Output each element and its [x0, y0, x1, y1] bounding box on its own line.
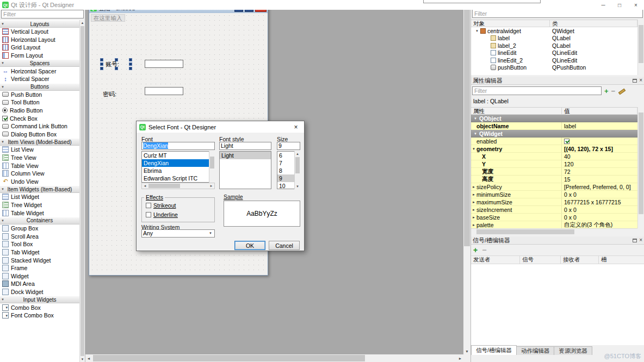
- resize-handle-s[interactable]: [115, 67, 118, 70]
- resize-handle-ne[interactable]: [129, 58, 132, 61]
- property-editor-header[interactable]: 属性编辑器 ×: [471, 77, 644, 85]
- group-qwidget[interactable]: ▼QWidget: [471, 130, 637, 138]
- section-containers[interactable]: ▼Containers: [0, 217, 79, 224]
- option-edwardian-script-itc[interactable]: Edwardian Script ITC: [142, 174, 209, 182]
- selected-account-label[interactable]: 账号:: [101, 59, 132, 69]
- option-9[interactable]: 9: [277, 174, 294, 182]
- widget-list-widget[interactable]: List Widget: [0, 193, 79, 201]
- configure-property-editor-icon[interactable]: [618, 88, 626, 95]
- widget-tree-widget[interactable]: Tree Widget: [0, 201, 79, 209]
- hscroll-thumb[interactable]: [93, 355, 365, 361]
- object-tree-scrollbar[interactable]: [637, 20, 644, 75]
- font-name-list[interactable]: Curlz MTDengXianEbrimaEdwardian Script I…: [141, 151, 215, 183]
- widget-tool-box[interactable]: Tool Box: [0, 240, 79, 248]
- widget-column-view[interactable]: Column View: [0, 170, 79, 178]
- widget-tab-widget[interactable]: Tab Widget: [0, 248, 79, 257]
- ok-button[interactable]: OK: [234, 241, 265, 250]
- object-label[interactable]: labelQLabel: [471, 35, 637, 42]
- property-y[interactable]: Y120: [471, 160, 637, 168]
- checkbox-checked-icon[interactable]: [564, 139, 569, 144]
- mdi-vertical-scrollbar[interactable]: ▲ ▼: [463, 0, 470, 354]
- select-font-dialog[interactable]: Qt Select Font - Qt Designer × Font Font…: [136, 121, 305, 251]
- section-input-widgets[interactable]: ▼Input Widgets: [0, 296, 79, 303]
- writing-system-combo[interactable]: Any ▼: [141, 229, 215, 238]
- scrollbar-thumb[interactable]: [81, 26, 84, 356]
- property-maximumsize[interactable]: ►maximumSize16777215 x 16777215: [471, 198, 637, 206]
- menu-placeholder[interactable]: 在这里输入: [91, 14, 125, 22]
- dialog-title-bar[interactable]: Qt Select Font - Qt Designer ×: [137, 121, 304, 133]
- section-buttons[interactable]: ▼Buttons: [0, 83, 79, 91]
- strikeout-checkbox[interactable]: [146, 203, 151, 208]
- column-2[interactable]: 接收者: [561, 256, 599, 264]
- size-scroll-down-icon[interactable]: ▼: [295, 184, 300, 189]
- resize-handle-nw[interactable]: [100, 58, 103, 61]
- widget-combo-box[interactable]: ▾Combo Box: [0, 303, 79, 311]
- widget-list-view[interactable]: List View: [0, 146, 79, 154]
- widget-horizontal-spacer[interactable]: ↔Horizontal Spacer: [0, 67, 79, 75]
- widget-form-layout[interactable]: Form Layout: [0, 52, 79, 60]
- maximize-button[interactable]: □: [611, 0, 628, 10]
- font-size-input[interactable]: 9: [277, 142, 300, 150]
- widget-dock-widget[interactable]: Dock Widget: [0, 288, 79, 296]
- column-class[interactable]: 类: [550, 20, 637, 27]
- property-basesize[interactable]: ►baseSize0 x 0: [471, 214, 637, 221]
- option-light[interactable]: Light: [220, 152, 271, 159]
- close-panel-icon[interactable]: ×: [639, 78, 642, 83]
- property-item[interactable]: 高度15: [471, 176, 637, 183]
- option-10[interactable]: 10: [277, 182, 294, 189]
- widget-table-widget[interactable]: Table Widget: [0, 209, 79, 217]
- widget-vertical-layout[interactable]: Vertical Layout: [0, 28, 79, 36]
- resize-handle-w[interactable]: [100, 63, 103, 66]
- resize-handle-se[interactable]: [129, 67, 132, 70]
- remove-dynamic-property-icon[interactable]: −: [611, 88, 616, 95]
- option-7[interactable]: 7: [277, 159, 294, 167]
- hscroll-thumb[interactable]: [148, 184, 180, 188]
- widget-undo-view[interactable]: ↶Undo View: [0, 178, 79, 186]
- font-list-vscrollbar[interactable]: [209, 151, 215, 183]
- property-geometry[interactable]: ▼geometry[(40, 120), 72 x 15]: [471, 145, 637, 153]
- close-button[interactable]: ×: [628, 0, 644, 10]
- section-spacers[interactable]: ▼Spacers: [0, 59, 79, 67]
- dialog-close-icon[interactable]: ×: [288, 121, 304, 133]
- section-item-widgets-item-based[interactable]: ▼Item Widgets (Item-Based): [0, 185, 79, 193]
- widget-radio-button[interactable]: Radio Button: [0, 107, 79, 115]
- widget-tree-view[interactable]: Tree View: [0, 154, 79, 162]
- column-property[interactable]: 属性: [471, 108, 562, 114]
- object-centralwidget[interactable]: ▼centralwidgetQWidget: [471, 27, 637, 35]
- scroll-left-icon[interactable]: ◄: [142, 183, 148, 189]
- widget-box-scrollbar[interactable]: ▲ ▼: [79, 20, 85, 362]
- resize-handle-sw[interactable]: [100, 67, 103, 70]
- vscroll-thumb[interactable]: [464, 7, 470, 246]
- widget-check-box[interactable]: Check Box: [0, 114, 79, 122]
- widget-stacked-widget[interactable]: Stacked Widget: [0, 256, 79, 264]
- bottom-tab-1[interactable]: 动作编辑器: [516, 346, 555, 355]
- property-filter-input[interactable]: [472, 86, 602, 95]
- lineEdit[interactable]: [145, 60, 183, 68]
- cancel-button[interactable]: Cancel: [269, 241, 300, 250]
- scroll-down-icon[interactable]: ▼: [463, 348, 470, 354]
- widget-group-box[interactable]: Group Box: [0, 224, 79, 233]
- widget-scroll-area[interactable]: Scroll Area: [0, 232, 79, 240]
- resize-handle-n[interactable]: [115, 58, 118, 61]
- widget-push-button[interactable]: Push Button: [0, 91, 79, 99]
- password-label[interactable]: 密码:: [103, 90, 116, 98]
- scroll-up-icon[interactable]: ▲: [80, 20, 85, 26]
- property-minimumsize[interactable]: ►minimumSize0 x 0: [471, 191, 637, 198]
- property-sizepolicy[interactable]: ►sizePolicy[Preferred, Preferred, 0, 0]: [471, 183, 637, 191]
- property-x[interactable]: X40: [471, 153, 637, 160]
- widget-widget[interactable]: Widget: [0, 272, 79, 280]
- widget-vertical-spacer[interactable]: ↕Vertical Spacer: [0, 75, 79, 83]
- size-list-scrollbar[interactable]: ▲ ▼: [294, 151, 300, 189]
- remove-connection-icon[interactable]: −: [482, 246, 486, 254]
- size-scroll-up-icon[interactable]: ▲: [295, 151, 300, 157]
- strikeout-row[interactable]: Strikeout: [146, 202, 176, 209]
- widget-horizontal-layout[interactable]: Horizontal Layout: [0, 36, 79, 44]
- object-lineedit-2[interactable]: lineEdit_2QLineEdit: [471, 57, 637, 64]
- resize-handle-e[interactable]: [129, 63, 132, 66]
- underline-row[interactable]: Underline: [146, 211, 178, 218]
- font-name-input[interactable]: DengXian: [141, 142, 215, 150]
- minimize-button[interactable]: ─: [595, 0, 611, 10]
- property-palette[interactable]: ►palette自定义的(3 个角色): [471, 221, 637, 228]
- float-panel-icon[interactable]: [633, 239, 637, 242]
- group-qobject[interactable]: ▼QObject: [471, 115, 637, 122]
